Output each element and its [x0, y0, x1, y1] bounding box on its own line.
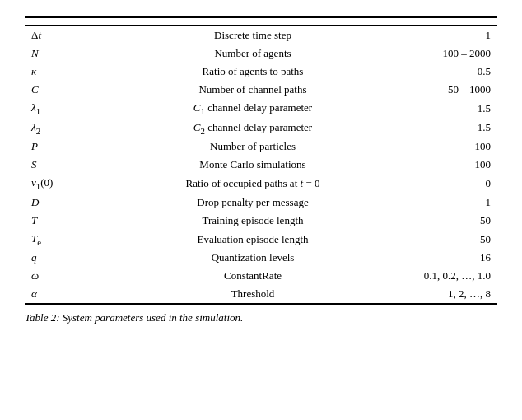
cell-value: 1 [407, 26, 497, 45]
cell-symbol: ω [25, 267, 99, 285]
cell-symbol: T [25, 212, 99, 230]
cell-symbol: α [25, 285, 99, 304]
table-row: NNumber of agents100 – 2000 [25, 44, 497, 63]
cell-name: Number of agents [99, 44, 407, 63]
header-name [99, 17, 407, 26]
cell-value: 50 [407, 230, 497, 250]
cell-value: 100 [407, 138, 497, 156]
header-symbol [25, 17, 99, 26]
cell-name: Monte Carlo simulations [99, 156, 407, 174]
table-row: ωConstantRate0.1, 0.2, …, 1.0 [25, 267, 497, 285]
table-footer-row: Table 2: System parameters used in the s… [25, 304, 497, 328]
table-row: λ1C1 channel delay parameter1.5 [25, 99, 497, 119]
table-row: DDrop penalty per message1 [25, 194, 497, 212]
cell-name: Evaluation episode length [99, 230, 407, 250]
table-row: κRatio of agents to paths0.5 [25, 63, 497, 81]
cell-name: Training episode length [99, 212, 407, 230]
cell-symbol: S [25, 156, 99, 174]
table-row: αThreshold1, 2, …, 8 [25, 285, 497, 304]
cell-name: Threshold [99, 285, 407, 304]
table-row: TeEvaluation episode length50 [25, 230, 497, 250]
cell-name: ConstantRate [99, 267, 407, 285]
cell-value: 50 [407, 212, 497, 230]
cell-value: 1 [407, 194, 497, 212]
cell-value: 100 [407, 156, 497, 174]
table-row: ΔtDiscrete time step1 [25, 26, 497, 45]
cell-symbol: D [25, 194, 99, 212]
cell-symbol: N [25, 44, 99, 63]
cell-symbol: λ1 [25, 99, 99, 119]
cell-name: Ratio of occupied paths at t = 0 [99, 174, 407, 194]
cell-name: Number of particles [99, 138, 407, 156]
table-caption: Table 2: System parameters used in the s… [25, 304, 497, 328]
table-header-row [25, 17, 497, 26]
cell-symbol: κ [25, 63, 99, 81]
table-row: qQuantization levels16 [25, 249, 497, 267]
cell-name: C2 channel delay parameter [99, 119, 407, 138]
cell-value: 16 [407, 249, 497, 267]
cell-value: 1.5 [407, 99, 497, 119]
table-row: CNumber of channel paths50 – 1000 [25, 81, 497, 99]
cell-symbol: C [25, 81, 99, 99]
cell-name: C1 channel delay parameter [99, 99, 407, 119]
cell-name: Drop penalty per message [99, 194, 407, 212]
table-row: ν1(0)Ratio of occupied paths at t = 00 [25, 174, 497, 194]
cell-value: 100 – 2000 [407, 44, 497, 63]
table-row: PNumber of particles100 [25, 138, 497, 156]
cell-value: 0.5 [407, 63, 497, 81]
table-row: λ2C2 channel delay parameter1.5 [25, 119, 497, 138]
table-row: TTraining episode length50 [25, 212, 497, 230]
cell-symbol: λ2 [25, 119, 99, 138]
parameters-table: ΔtDiscrete time step1NNumber of agents10… [25, 16, 497, 328]
cell-symbol: ν1(0) [25, 174, 99, 194]
table-container: ΔtDiscrete time step1NNumber of agents10… [25, 16, 497, 328]
cell-name: Quantization levels [99, 249, 407, 267]
header-value [407, 17, 497, 26]
table-row: SMonte Carlo simulations100 [25, 156, 497, 174]
cell-name: Discrete time step [99, 26, 407, 45]
cell-name: Number of channel paths [99, 81, 407, 99]
cell-value: 1.5 [407, 119, 497, 138]
cell-name: Ratio of agents to paths [99, 63, 407, 81]
cell-value: 1, 2, …, 8 [407, 285, 497, 304]
cell-symbol: q [25, 249, 99, 267]
cell-symbol: P [25, 138, 99, 156]
cell-value: 0.1, 0.2, …, 1.0 [407, 267, 497, 285]
cell-symbol: Te [25, 230, 99, 250]
cell-symbol: Δt [25, 26, 99, 45]
cell-value: 0 [407, 174, 497, 194]
cell-value: 50 – 1000 [407, 81, 497, 99]
